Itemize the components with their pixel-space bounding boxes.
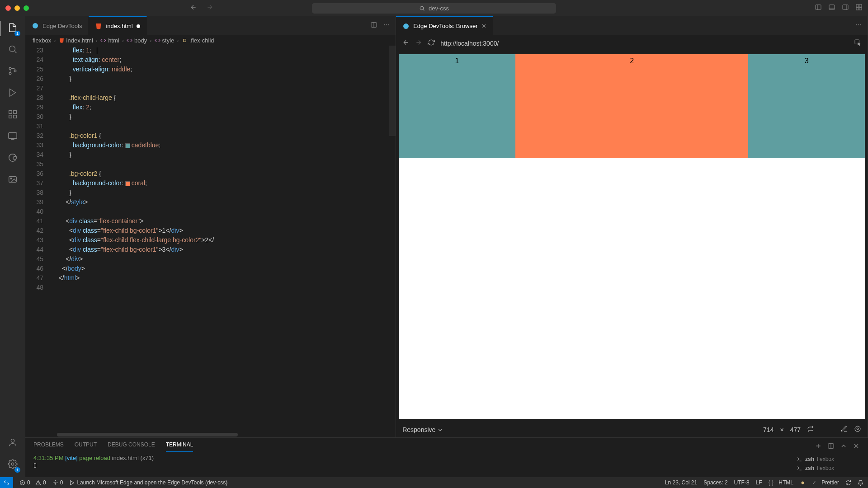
terminal-session[interactable]: zsh flexbox (797, 464, 860, 473)
title-bar: dev-css (0, 0, 868, 16)
tab-edge-browser[interactable]: Edge DevTools: Browser ✕ (396, 16, 493, 35)
settings-icon[interactable] (854, 425, 861, 434)
terminal[interactable]: 4:31:35 PM [vite] page reload index.html… (25, 452, 868, 477)
panel-tab-terminal[interactable]: TERMINAL (166, 441, 193, 452)
settings-gear-icon[interactable]: 1 (8, 459, 18, 471)
inspect-icon[interactable] (854, 39, 861, 48)
maximize-window-button[interactable] (24, 5, 29, 11)
title-nav (190, 4, 213, 13)
status-language[interactable]: { } HTML (769, 479, 793, 486)
terminal-icon (797, 456, 802, 462)
svg-rect-7 (859, 8, 862, 10)
remote-explorer-icon[interactable] (8, 131, 18, 143)
horizontal-scrollbar[interactable] (57, 433, 238, 436)
close-panel-icon[interactable] (853, 442, 860, 451)
svg-point-25 (386, 24, 387, 25)
url-input[interactable] (440, 40, 849, 47)
accounts-icon[interactable] (8, 437, 18, 449)
breadcrumb-item[interactable]: html (100, 37, 119, 44)
status-launch[interactable]: Launch Microsoft Edge and open the Edge … (69, 479, 227, 486)
svg-rect-2 (829, 5, 835, 10)
status-problems[interactable]: 0 0 (19, 479, 46, 486)
tab-index-html[interactable]: index.html (89, 16, 146, 35)
status-sync-icon[interactable] (845, 479, 851, 486)
svg-point-22 (33, 23, 38, 28)
preview-box-2: 2 (515, 54, 748, 158)
svg-point-10 (9, 72, 11, 75)
bottom-panel: PROBLEMS OUTPUT DEBUG CONSOLE TERMINAL 4… (25, 437, 868, 477)
toggle-secondary-sidebar-icon[interactable] (842, 4, 849, 13)
more-actions-icon[interactable] (855, 21, 862, 30)
terminal-session[interactable]: zsh flexbox (797, 455, 860, 464)
edit-icon[interactable] (840, 425, 848, 434)
status-bell-icon[interactable] (858, 479, 863, 486)
browser-reload-icon[interactable] (428, 39, 435, 48)
status-prettier[interactable]: ✓ Prettier (812, 479, 839, 486)
status-live-icon[interactable] (800, 479, 806, 486)
toggle-panel-icon[interactable] (828, 4, 835, 13)
viewport-width[interactable]: 714 (763, 426, 774, 433)
svg-point-37 (802, 481, 804, 483)
code-editor[interactable]: 2324252627282930313233343536373839404142… (25, 46, 396, 437)
nav-back-icon[interactable] (190, 4, 197, 13)
run-debug-icon[interactable] (8, 88, 18, 99)
terminal-line: 4:31:35 PM [vite] page reload index.html… (33, 455, 797, 461)
breadcrumb-item[interactable]: .flex-child (182, 37, 214, 44)
breadcrumb-item[interactable]: flexbox (33, 37, 51, 44)
preview-box-3: 3 (748, 54, 865, 158)
breadcrumb-item[interactable]: index.html (59, 37, 93, 44)
status-encoding[interactable]: UTF-8 (734, 479, 750, 486)
html-file-icon (95, 23, 102, 30)
status-cursor[interactable]: Ln 23, Col 21 (665, 479, 697, 486)
customize-layout-icon[interactable] (855, 4, 863, 13)
source-control-icon[interactable] (8, 66, 18, 78)
svg-rect-14 (9, 115, 12, 118)
extensions-icon[interactable] (8, 109, 18, 121)
more-actions-icon[interactable] (383, 21, 390, 30)
browser-tabs: Edge DevTools: Browser ✕ (396, 16, 868, 35)
panel-tab-debug-console[interactable]: DEBUG CONSOLE (108, 441, 155, 452)
svg-point-20 (11, 439, 14, 442)
browser-forward-icon[interactable] (415, 39, 422, 48)
viewport-height[interactable]: 477 (790, 426, 801, 433)
svg-rect-5 (859, 5, 862, 7)
status-eol[interactable]: LF (756, 479, 762, 486)
device-mode-select[interactable]: Responsive (402, 426, 443, 433)
svg-point-24 (384, 24, 385, 25)
status-spaces[interactable]: Spaces: 2 (703, 479, 727, 486)
new-terminal-icon[interactable] (815, 442, 822, 451)
close-window-button[interactable] (5, 5, 11, 11)
panel-tab-output[interactable]: OUTPUT (75, 441, 97, 452)
remote-button[interactable] (0, 477, 13, 488)
minimap[interactable] (389, 46, 396, 136)
browser-back-icon[interactable] (402, 39, 410, 48)
status-ports[interactable]: 0 (52, 479, 63, 486)
nav-forward-icon[interactable] (206, 4, 213, 13)
svg-point-36 (55, 482, 56, 483)
minimize-window-button[interactable] (14, 5, 20, 11)
terminal-cursor: ▯ (33, 461, 797, 468)
breadcrumb-item[interactable]: body (127, 37, 147, 44)
svg-point-19 (10, 178, 12, 179)
svg-point-28 (856, 24, 857, 25)
search-view-icon[interactable] (8, 44, 18, 56)
code-content[interactable]: flex: 1; text-align: center; vertical-al… (52, 46, 396, 437)
close-tab-icon[interactable]: ✕ (481, 23, 486, 29)
breadcrumb[interactable]: flexbox› index.html› html› body› style› … (25, 35, 396, 46)
breadcrumb-item[interactable]: style (155, 37, 175, 44)
split-editor-icon[interactable] (370, 21, 377, 30)
command-center[interactable]: dev-css (312, 3, 556, 14)
media-icon[interactable] (8, 174, 18, 186)
rotate-icon[interactable] (807, 425, 814, 434)
tab-edge-devtools[interactable]: Edge DevTools (25, 16, 89, 35)
maximize-panel-icon[interactable] (840, 442, 847, 451)
toggle-primary-sidebar-icon[interactable] (815, 4, 822, 13)
browser-preview[interactable]: 1 2 3 (399, 54, 865, 419)
status-bar: 0 0 0 Launch Microsoft Edge and open the… (0, 477, 868, 488)
edge-tools-icon[interactable] (8, 153, 18, 164)
split-terminal-icon[interactable] (827, 442, 835, 451)
explorer-icon[interactable]: 1 (8, 23, 18, 34)
panel-tab-problems[interactable]: PROBLEMS (33, 441, 64, 452)
svg-point-27 (403, 23, 409, 29)
terminal-sessions: zsh flexbox zsh flexbox (797, 455, 860, 473)
